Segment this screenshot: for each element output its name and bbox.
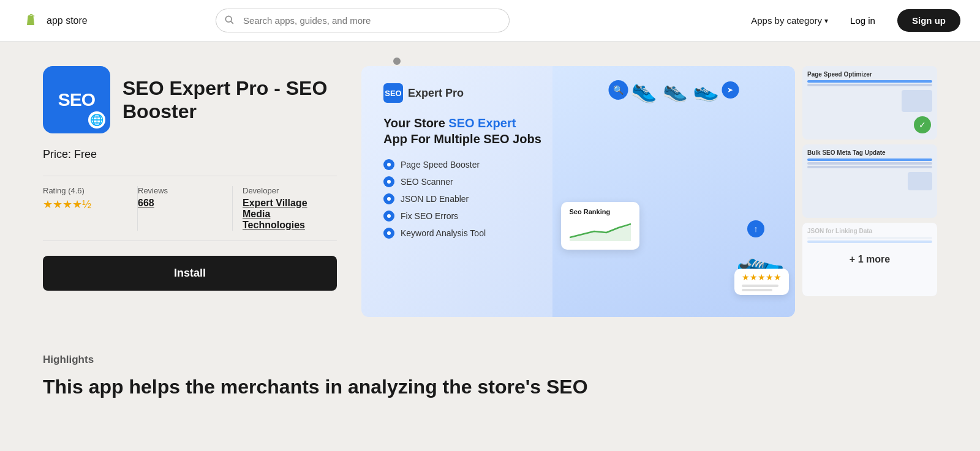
thumbnail-1[interactable]: Page Speed Optimizer ✓ (802, 66, 937, 140)
thumb-1-title: Page Speed Optimizer (807, 71, 932, 78)
main-content: SEO 🌐 SEO Expert Pro - SEO Booster Price… (18, 42, 962, 423)
header-nav: Apps by category ▾ Log in Sign up (751, 9, 960, 32)
more-label: + 1 more (850, 254, 890, 265)
thumb-2-title: Bulk SEO Meta Tag Update (807, 149, 932, 156)
screenshot-feature-list: Page Speed Booster SEO Scanner JSON LD E… (383, 159, 773, 245)
developer-name[interactable]: Expert Village Media Technologies (243, 198, 327, 231)
thumb-bar (807, 80, 932, 83)
rating-meta: Rating (4.6) ★★★★½ (43, 186, 138, 231)
screenshot-thumbs: Page Speed Optimizer ✓ Bulk SEO Meta Tag… (802, 66, 937, 317)
more-overlay[interactable]: + 1 more (802, 223, 937, 296)
rating-label: Rating (4.6) (43, 186, 127, 195)
logo-text: app store (47, 15, 88, 26)
bullet-icon (383, 211, 394, 222)
shopify-bag-icon (20, 10, 42, 32)
app-screenshots: SEO Expert Pro Your Store SEO ExpertApp … (361, 66, 937, 317)
thumb-bar (807, 84, 932, 86)
list-item: SEO Scanner (383, 176, 773, 187)
price-label: Price: Free (43, 148, 337, 161)
screenshot-headline: Your Store SEO ExpertApp For Multiple SE… (383, 115, 773, 147)
thumb-bar (807, 162, 932, 165)
list-item: Page Speed Booster (383, 159, 773, 170)
highlights-label: Highlights (43, 354, 937, 366)
main-screenshot[interactable]: SEO Expert Pro Your Store SEO ExpertApp … (361, 66, 795, 317)
highlights-headline: This app helps the merchants in analyzin… (43, 376, 937, 398)
app-icon: SEO 🌐 (43, 66, 110, 133)
signup-button[interactable]: Sign up (897, 9, 960, 32)
thumbnail-3[interactable]: JSON for Linking Data + 1 more (802, 223, 937, 296)
apps-by-category-menu[interactable]: Apps by category ▾ (751, 15, 828, 26)
reviews-meta: Reviews 668 (138, 186, 233, 231)
search-icon (224, 15, 234, 27)
thumbnail-2[interactable]: Bulk SEO Meta Tag Update (802, 144, 937, 218)
thumb-image (908, 172, 932, 190)
thumb-image (902, 90, 932, 112)
thumb-bar (807, 158, 932, 161)
screenshot-logo-icon: SEO (383, 83, 403, 103)
svg-line-2 (231, 21, 233, 23)
search-bar (216, 9, 510, 32)
rating-stars: ★★★★½ (43, 198, 127, 211)
search-input[interactable] (216, 9, 510, 32)
login-button[interactable]: Log in (843, 10, 883, 31)
logo[interactable]: app store (20, 10, 88, 32)
bullet-icon (383, 159, 394, 170)
header: app store Apps by category ▾ Log in Sign… (0, 0, 980, 42)
list-item: Fix SEO Errors (383, 211, 773, 222)
screenshot-logo-text: Expert Pro (408, 87, 464, 100)
app-detail-section: SEO 🌐 SEO Expert Pro - SEO Booster Price… (43, 66, 937, 317)
bullet-icon (383, 228, 394, 239)
reviews-count[interactable]: 668 (138, 198, 222, 209)
install-button[interactable]: Install (43, 256, 337, 291)
app-icon-globe: 🌐 (88, 111, 105, 129)
reviews-label: Reviews (138, 186, 222, 195)
app-header: SEO 🌐 SEO Expert Pro - SEO Booster (43, 66, 337, 133)
developer-label: Developer (243, 186, 327, 195)
thumb-bar (807, 166, 932, 168)
thumb-check-icon: ✓ (914, 116, 931, 133)
app-info-panel: SEO 🌐 SEO Expert Pro - SEO Booster Price… (43, 66, 337, 291)
screenshot-logo: SEO Expert Pro (383, 83, 773, 103)
app-title: SEO Expert Pro - SEO Booster (123, 76, 337, 124)
developer-meta: Developer Expert Village Media Technolog… (233, 186, 337, 231)
app-icon-text: SEO (58, 89, 95, 110)
app-meta-row: Rating (4.6) ★★★★½ Reviews 668 Developer… (43, 176, 337, 241)
chevron-down-icon: ▾ (824, 17, 828, 25)
list-item: Keyword Analysis Tool (383, 228, 773, 239)
bullet-icon (383, 176, 394, 187)
highlights-section: Highlights This app helps the merchants … (43, 354, 937, 423)
list-item: JSON LD Enabler (383, 193, 773, 204)
bullet-icon (383, 193, 394, 204)
